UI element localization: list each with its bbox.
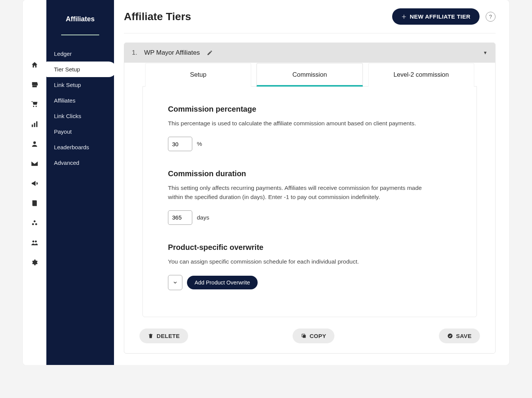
sidebar: Affiliates Ledger Tier Setup Link Setup … bbox=[46, 0, 114, 365]
copy-label: COPY bbox=[310, 333, 326, 339]
add-product-overwrite-button[interactable]: Add Product Overwrite bbox=[187, 276, 258, 289]
main-content: Affiliate Tiers NEW AFFILIATE TIER ? 1. … bbox=[114, 0, 509, 365]
book-icon[interactable] bbox=[30, 199, 39, 207]
tier-name: WP Mayor Affiliates bbox=[144, 49, 200, 57]
svg-rect-0 bbox=[32, 125, 33, 127]
sidebar-title: Affiliates bbox=[46, 15, 114, 23]
commission-panel: Commission percentage This percentage is… bbox=[142, 86, 477, 317]
commission-duration-input[interactable] bbox=[168, 210, 192, 225]
chevron-down-icon: ▼ bbox=[483, 50, 488, 55]
new-affiliate-tier-label: NEW AFFILIATE TIER bbox=[410, 13, 470, 20]
tab-level2-commission[interactable]: Level-2 commission bbox=[368, 63, 474, 87]
sidebar-item-affiliates[interactable]: Affiliates bbox=[46, 93, 114, 108]
svg-rect-9 bbox=[303, 335, 306, 338]
svg-point-8 bbox=[35, 240, 37, 242]
page-title: Affiliate Tiers bbox=[124, 11, 191, 23]
sidebar-item-ledger[interactable]: Ledger bbox=[46, 46, 114, 62]
cart-icon[interactable] bbox=[30, 100, 39, 109]
svg-rect-1 bbox=[34, 123, 35, 127]
save-button[interactable]: SAVE bbox=[439, 329, 480, 343]
tier-header[interactable]: 1. WP Mayor Affiliates ▼ bbox=[124, 43, 495, 63]
product-overwrite-section: Product-specific overwrite You can assig… bbox=[168, 243, 451, 290]
copy-icon bbox=[301, 333, 307, 339]
tier-card: 1. WP Mayor Affiliates ▼ Setup Commissio… bbox=[124, 43, 496, 354]
store-icon[interactable] bbox=[30, 81, 39, 89]
home-icon[interactable] bbox=[30, 61, 39, 69]
modules-icon[interactable] bbox=[30, 219, 39, 227]
percentage-unit: % bbox=[197, 141, 202, 147]
save-label: SAVE bbox=[456, 333, 472, 339]
trash-icon bbox=[148, 333, 154, 339]
delete-button[interactable]: DELETE bbox=[139, 329, 188, 343]
megaphone-icon[interactable] bbox=[30, 179, 39, 188]
commission-percentage-description: This percentage is used to calculate the… bbox=[168, 119, 426, 128]
sidebar-item-advanced[interactable]: Advanced bbox=[46, 155, 114, 171]
mail-icon[interactable] bbox=[30, 160, 39, 168]
gear-icon[interactable] bbox=[30, 258, 39, 267]
commission-percentage-input[interactable] bbox=[168, 137, 192, 151]
product-overwrite-description: You can assign specific commission sched… bbox=[168, 257, 426, 266]
check-circle-icon bbox=[447, 333, 453, 339]
svg-point-7 bbox=[32, 240, 34, 242]
sidebar-item-tier-setup[interactable]: Tier Setup bbox=[46, 62, 116, 77]
chart-icon[interactable] bbox=[30, 120, 39, 128]
product-overwrite-expand[interactable] bbox=[168, 275, 182, 290]
new-affiliate-tier-button[interactable]: NEW AFFILIATE TIER bbox=[392, 8, 480, 25]
product-overwrite-heading: Product-specific overwrite bbox=[168, 243, 451, 252]
page-header: Affiliate Tiers NEW AFFILIATE TIER ? bbox=[124, 8, 496, 33]
plus-icon bbox=[401, 14, 407, 19]
commission-percentage-section: Commission percentage This percentage is… bbox=[168, 105, 451, 151]
sidebar-item-link-clicks[interactable]: Link Clicks bbox=[46, 108, 114, 124]
edit-icon[interactable] bbox=[207, 50, 213, 56]
help-icon[interactable]: ? bbox=[486, 12, 496, 22]
svg-rect-2 bbox=[36, 122, 37, 127]
commission-duration-description: This setting only affects recurring paym… bbox=[168, 183, 426, 201]
delete-label: DELETE bbox=[157, 333, 180, 339]
sidebar-item-leaderboards[interactable]: Leaderboards bbox=[46, 139, 114, 155]
copy-button[interactable]: COPY bbox=[293, 329, 335, 343]
svg-point-6 bbox=[35, 223, 37, 225]
team-icon[interactable] bbox=[30, 238, 39, 247]
tab-setup[interactable]: Setup bbox=[145, 63, 251, 87]
icon-rail bbox=[23, 0, 46, 365]
svg-point-4 bbox=[34, 220, 36, 222]
tab-commission[interactable]: Commission bbox=[256, 63, 363, 87]
commission-percentage-heading: Commission percentage bbox=[168, 105, 451, 114]
commission-duration-heading: Commission duration bbox=[168, 169, 451, 178]
tabs: Setup Commission Level-2 commission bbox=[142, 63, 477, 86]
sidebar-item-payout[interactable]: Payout bbox=[46, 124, 114, 139]
days-unit: days bbox=[197, 214, 209, 221]
sidebar-item-link-setup[interactable]: Link Setup bbox=[46, 77, 114, 93]
user-icon[interactable] bbox=[30, 140, 39, 148]
commission-duration-section: Commission duration This setting only af… bbox=[168, 169, 451, 225]
tier-number: 1. bbox=[132, 49, 137, 57]
sidebar-divider bbox=[61, 35, 99, 35]
svg-point-3 bbox=[33, 141, 36, 144]
svg-point-5 bbox=[32, 223, 34, 225]
